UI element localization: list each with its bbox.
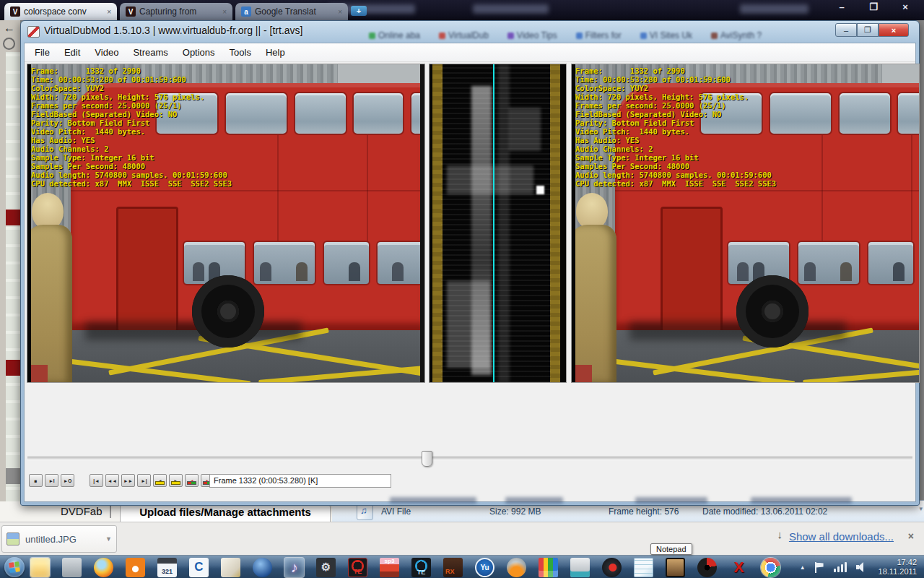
goto-start-button[interactable]: |◄ (90, 474, 103, 487)
new-tab-button[interactable]: + (351, 6, 367, 16)
red-x-app-icon[interactable]: X (729, 558, 749, 577)
virtualdub-app-icon (27, 26, 40, 38)
tab-close-icon[interactable]: × (222, 8, 227, 16)
download-item-button[interactable]: untitled.JPG ▼ (1, 525, 117, 553)
bookmark-item[interactable]: VI Sites Uk (640, 30, 692, 40)
bus-shadow (85, 322, 302, 340)
browser-restore-button[interactable]: ❐ (863, 1, 884, 12)
blue-orb-app-icon[interactable] (253, 558, 272, 577)
play-input-button[interactable]: ►I (45, 474, 58, 487)
browser-tab[interactable]: V Capturing from × (120, 3, 232, 20)
bookmark-item[interactable]: Filters for (576, 30, 622, 40)
browser-tab[interactable]: a Google Translat × (235, 3, 348, 20)
title-bar[interactable]: VirtualDubMod 1.5.10.3 | www.virtualdub-… (21, 21, 919, 43)
overlay-line: Frames per second: 25.0000 (25/1) (575, 101, 776, 110)
download-caret-icon[interactable]: ▼ (105, 535, 112, 543)
fire-globe-app-icon[interactable] (507, 558, 526, 577)
start-button[interactable] (4, 557, 25, 577)
menu-item[interactable]: Streams (126, 45, 175, 60)
seek-slider-thumb[interactable] (422, 451, 432, 467)
output-video-pane: Frame: 1332 of 2990Time: 00:00:53:280 of… (571, 64, 920, 383)
comodo-icon[interactable]: C (189, 558, 209, 577)
video-frame: Frame: 1332 of 2990Time: 00:00:53:280 of… (572, 64, 920, 382)
goto-end-button[interactable]: ►| (137, 474, 151, 487)
drive-utility-icon[interactable] (62, 558, 82, 577)
overlay-line: Video Pitch: 1440 bytes. (575, 127, 776, 136)
tab-close-icon[interactable]: × (338, 8, 342, 16)
tab-title: Google Translat (255, 7, 334, 17)
overlay-line: CPU detected: x87 MMX ISSE SSE SSE2 SSE3 (575, 179, 776, 188)
overlay-line: CPU detected: x87 MMX ISSE SSE SSE2 SSE3 (31, 179, 232, 188)
rx-app-icon[interactable]: RX (443, 558, 463, 577)
yu-app-icon[interactable]: Yu (475, 558, 494, 577)
maximize-button[interactable]: ❐ (857, 23, 879, 37)
minimize-button[interactable]: – (835, 23, 857, 37)
image-viewer-icon[interactable] (666, 558, 685, 577)
clock[interactable]: 17:42 18.11.2011 (879, 558, 917, 577)
chrome-icon[interactable] (761, 558, 780, 577)
menu-item[interactable]: Video (87, 45, 126, 60)
avisynth-info-overlay: Frame: 1332 of 2990Time: 00:00:53:280 of… (31, 66, 232, 188)
step-back-button[interactable]: ◄◄ (105, 474, 119, 487)
bookmark-item[interactable]: AviSynth ? (711, 30, 762, 40)
network-signal-icon[interactable] (834, 562, 847, 572)
browser-close-button[interactable]: × (895, 1, 915, 12)
overlay-line: FieldBased (Separated) Video: NO (575, 110, 776, 118)
stop-button[interactable]: ■ (29, 474, 43, 487)
tab-close-icon[interactable]: × (107, 8, 111, 16)
bus-upper-window (225, 92, 288, 135)
notepad-icon[interactable] (634, 558, 653, 577)
qte-dial-app-icon[interactable]: TE (411, 558, 431, 577)
te-dial-app-icon[interactable]: TE (348, 558, 367, 577)
scanner-app-icon[interactable] (570, 558, 590, 577)
next-keyframe-button[interactable]: ► (169, 474, 183, 487)
sp3-app-icon[interactable]: sp3 (380, 558, 399, 577)
disc-app-icon[interactable] (697, 558, 717, 577)
seek-slider-track[interactable] (27, 457, 912, 460)
taskbar-icons: 321 C ♪ ⚙ TE sp3 TE RX (30, 558, 780, 577)
volume-icon[interactable] (856, 561, 869, 573)
overlay-line: Time: 00:00:53:280 of 00:01:59:600 (31, 75, 232, 84)
taskbar: 321 C ♪ ⚙ TE sp3 TE RX (0, 555, 924, 578)
shelf-close-icon[interactable]: × (908, 530, 914, 542)
window-client-area: FileEditVideoStreamsOptionsToolsHelp (24, 43, 916, 502)
prev-scene-button[interactable]: ◄ (185, 474, 199, 487)
play-output-button[interactable]: ►O (61, 474, 74, 487)
browser-minimize-button[interactable]: – (832, 1, 852, 12)
browser-back-button[interactable]: ← (1, 22, 17, 35)
bookmark-favicon (576, 33, 583, 39)
step-forward-button[interactable]: ►► (121, 474, 135, 487)
firefox-icon[interactable] (94, 558, 113, 577)
dvdfab-label[interactable]: DVDFab (61, 505, 103, 517)
red-dial-app-icon[interactable] (602, 558, 622, 577)
mail-icon[interactable] (221, 558, 240, 577)
menu-item[interactable]: Options (175, 45, 222, 60)
action-center-flag-icon[interactable] (815, 562, 824, 573)
color-blocks-app-icon[interactable] (539, 558, 558, 577)
menu-item[interactable]: Help (258, 45, 292, 60)
media-player-classic-icon[interactable]: 321 (157, 558, 177, 577)
overlay-line: FieldBased (Separated) Video: NO (31, 110, 232, 118)
menu-item[interactable]: File (27, 45, 57, 60)
window-title: VirtualDubMod 1.5.10.3 | www.virtualdub-… (44, 25, 302, 36)
bookmark-item[interactable]: Online aba (369, 30, 420, 40)
browser-reload-icon[interactable] (3, 38, 15, 50)
scroll-arrow-icon[interactable]: ▾ (919, 505, 923, 512)
gears-app-icon[interactable]: ⚙ (316, 558, 336, 577)
bookmark-item[interactable]: VirtualDub (439, 30, 489, 40)
music-app-icon[interactable]: ♪ (284, 558, 304, 577)
windows-explorer-icon[interactable] (30, 558, 50, 577)
browser-tab[interactable]: V colorspace conv × (4, 3, 117, 20)
prev-keyframe-button[interactable]: ◄ (153, 474, 167, 487)
bus-upper-window (838, 92, 892, 135)
menu-item[interactable]: Edit (57, 45, 87, 60)
menu-item[interactable]: Tools (222, 45, 258, 60)
bookmark-item[interactable]: Video Tips (507, 30, 557, 40)
file-type-label: AVI File (381, 506, 411, 517)
show-all-downloads-link[interactable]: Show all downloads... (789, 530, 894, 543)
bookmark-label: VirtualDub (448, 30, 489, 40)
feeddemon-icon[interactable] (126, 558, 145, 577)
bookmark-label: Filters for (585, 30, 622, 40)
close-button[interactable]: × (879, 23, 909, 37)
tray-expand-icon[interactable]: ▲ (800, 564, 806, 571)
